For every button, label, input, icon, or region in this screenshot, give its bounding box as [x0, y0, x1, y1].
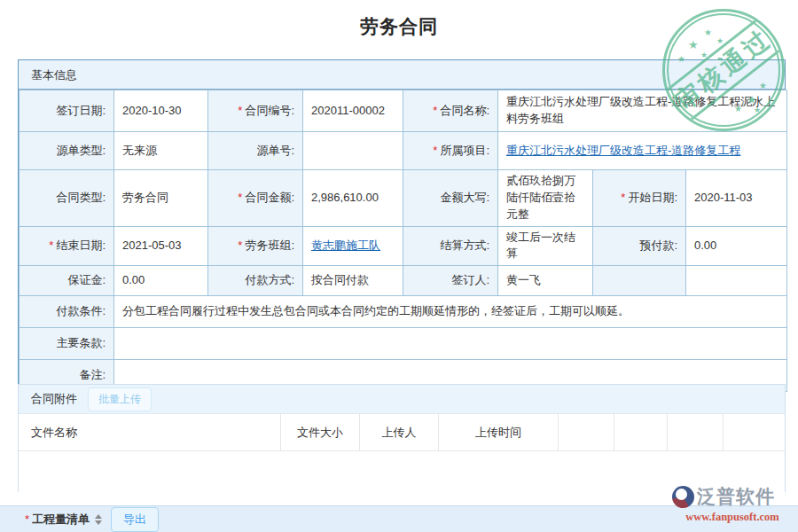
- form-row-end-date: *结束日期: 2021-05-03 *劳务班组: 黄志鹏施工队 结算方式: 竣工…: [20, 226, 787, 266]
- label-text: 开始日期:: [628, 191, 677, 204]
- label-text: 合同类型:: [56, 191, 106, 204]
- label-text: 所属项目:: [440, 144, 489, 157]
- sort-icon[interactable]: [95, 514, 102, 525]
- prepay-label: 预付款:: [593, 226, 686, 266]
- form-row-sign-date: 签订日期: 2020-10-30 *合同编号: 202011-00002 *合同…: [20, 90, 787, 132]
- required-star: *: [25, 512, 29, 526]
- source-no-label: 源单号:: [208, 132, 303, 170]
- contract-name-value: 重庆江北污水处理厂级改造工程-道路修复工程泥水上料劳务班组: [498, 90, 787, 132]
- end-date-label: *结束日期:: [20, 226, 114, 266]
- col-empty-3: [668, 414, 724, 451]
- signer-label: 签订人:: [403, 266, 498, 296]
- contract-no-value: 202011-00002: [303, 90, 403, 132]
- label-text: 金额大写:: [440, 191, 489, 204]
- end-date-value: 2021-05-03: [114, 226, 208, 266]
- label-text: 备注:: [79, 368, 106, 381]
- source-no-value: [303, 132, 403, 170]
- main-clauses-label: 主要条款:: [20, 328, 114, 360]
- col-file-name: 文件名称: [19, 414, 281, 451]
- quantity-list-label: 工程量清单: [32, 512, 90, 528]
- amount-words-value: 贰佰玖拾捌万陆仟陆佰壹拾元整: [498, 170, 593, 227]
- project-link[interactable]: 重庆江北污水处理厂级改造工程-道路修复工程: [506, 144, 740, 157]
- label-text: 主要条款:: [56, 336, 106, 349]
- contract-no-label: *合同编号:: [208, 90, 303, 132]
- export-button[interactable]: 导出: [111, 507, 159, 532]
- labor-team-link[interactable]: 黄志鹏施工队: [311, 239, 380, 252]
- label-text: 结束日期:: [56, 239, 106, 252]
- label-text: 预付款:: [639, 239, 677, 252]
- label-text: 结算方式:: [440, 239, 489, 252]
- signer-value: 黄一飞: [498, 266, 593, 296]
- attachments-header: 合同附件 批量上传: [19, 385, 785, 414]
- pay-terms-value: 分包工程合同履行过程中发生总包合同或本合同约定的工期顺延情形的，经签证后，工期可…: [114, 296, 787, 328]
- label-text: 签订日期:: [56, 104, 106, 117]
- required-star: *: [433, 144, 437, 157]
- required-star: *: [238, 239, 242, 252]
- form-row-source: 源单类型: 无来源 源单号: *所属项目: 重庆江北污水处理厂级改造工程-道路修…: [20, 132, 787, 170]
- contract-type-value: 劳务合同: [114, 170, 208, 227]
- col-empty-2: [614, 414, 668, 451]
- empty-label-cell: [593, 266, 686, 296]
- label-text: 保证金:: [67, 273, 106, 286]
- footer-bar: * 工程量清单 导出: [0, 505, 798, 532]
- col-uploader: 上传人: [360, 414, 439, 451]
- amount-words-label: 金额大写:: [403, 170, 498, 227]
- attachments-empty-body: [19, 451, 785, 492]
- attachments-panel: 合同附件 批量上传 文件名称 文件大小 上传人 上传时间: [18, 384, 786, 492]
- label-text: 劳务班组:: [245, 239, 294, 252]
- label-text: 合同金额:: [245, 191, 294, 204]
- seal-star-icon: ★: [700, 51, 708, 59]
- start-date-value: 2020-11-03: [686, 170, 787, 227]
- prepay-value: 0.00: [686, 226, 787, 266]
- settle-method-label: 结算方式:: [403, 226, 498, 266]
- required-star: *: [433, 104, 437, 117]
- sign-date-value: 2020-10-30: [114, 90, 208, 132]
- attachments-title: 合同附件: [31, 391, 77, 407]
- labor-team-label: *劳务班组:: [208, 226, 303, 266]
- source-type-label: 源单类型:: [20, 132, 114, 170]
- label-text: 签订人:: [451, 273, 489, 286]
- basic-info-header: 基本信息: [19, 60, 785, 90]
- amount-value: 2,986,610.00: [303, 170, 403, 227]
- label-text: 合同编号:: [245, 104, 294, 117]
- label-text: 付款方式:: [245, 273, 294, 286]
- seal-star-icon: ★: [688, 38, 699, 51]
- empty-value-cell: [686, 266, 787, 296]
- attachments-column-headers: 文件名称 文件大小 上传人 上传时间: [19, 414, 785, 451]
- pay-method-value: 按合同付款: [303, 266, 403, 296]
- label-text: 合同名称:: [440, 104, 489, 117]
- required-star: *: [238, 104, 242, 117]
- contract-name-label: *合同名称:: [403, 90, 498, 132]
- start-date-label: *开始日期:: [593, 170, 686, 227]
- project-label: *所属项目:: [403, 132, 498, 170]
- page-title: 劳务合同: [0, 14, 798, 39]
- project-value: 重庆江北污水处理厂级改造工程-道路修复工程: [498, 132, 787, 170]
- col-upload-time: 上传时间: [439, 414, 559, 451]
- col-empty-1: [559, 414, 614, 451]
- required-star: *: [238, 191, 242, 204]
- required-star: *: [49, 239, 53, 252]
- basic-info-panel: 基本信息 签订日期: 2020-10-30 *合同编号: 202011-0000…: [18, 59, 786, 393]
- sign-date-label: 签订日期:: [20, 90, 114, 132]
- source-type-value: 无来源: [114, 132, 208, 170]
- form-row-main-clauses: 主要条款:: [20, 328, 787, 360]
- col-empty-4: [724, 414, 785, 451]
- settle-method-value: 竣工后一次结算: [498, 226, 593, 266]
- form-row-amount: 合同类型: 劳务合同 *合同金额: 2,986,610.00 金额大写: 贰佰玖…: [20, 170, 787, 227]
- deposit-label: 保证金:: [20, 266, 114, 296]
- amount-label: *合同金额:: [208, 170, 303, 227]
- form-row-pay-terms: 付款条件: 分包工程合同履行过程中发生总包合同或本合同约定的工期顺延情形的，经签…: [20, 296, 787, 328]
- pay-terms-label: 付款条件:: [20, 296, 114, 328]
- label-text: 付款条件:: [56, 304, 106, 317]
- deposit-value: 0.00: [114, 266, 208, 296]
- batch-upload-button[interactable]: 批量上传: [88, 387, 152, 411]
- basic-info-table: 签订日期: 2020-10-30 *合同编号: 202011-00002 *合同…: [19, 90, 787, 392]
- contract-type-label: 合同类型:: [20, 170, 114, 227]
- label-text: 源单类型:: [56, 144, 106, 157]
- col-file-size: 文件大小: [281, 414, 360, 451]
- label-text: 源单号:: [256, 144, 294, 157]
- pay-method-label: 付款方式:: [208, 266, 303, 296]
- labor-team-value: 黄志鹏施工队: [303, 226, 403, 266]
- required-star: *: [621, 191, 625, 204]
- form-row-deposit: 保证金: 0.00 付款方式: 按合同付款 签订人: 黄一飞: [20, 266, 787, 296]
